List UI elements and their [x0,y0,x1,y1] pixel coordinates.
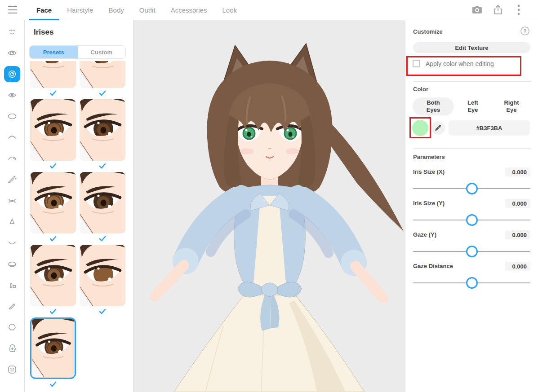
topbar-actions [470,2,538,18]
param-gaze-y: Gaze (Y) 0.000 [413,230,530,258]
svg-text:?: ? [523,28,526,35]
iris-preset-item[interactable] [30,317,76,390]
eyeliner-icon[interactable] [7,174,18,185]
color-section-title: Color [413,86,428,92]
eye-target-tabs: Both Eyes Left Eye Right Eye [405,97,538,115]
face-outline-icon[interactable] [7,322,18,333]
iris-preset-thumbnail[interactable] [80,245,125,306]
export-icon[interactable] [490,2,506,18]
tab-accessories[interactable]: Accessories [163,0,215,20]
iris-preset-item[interactable] [30,99,76,172]
iris-preset-thumbnail[interactable] [80,172,125,233]
iris-preset-thumbnail[interactable] [30,245,76,306]
nose-icon[interactable] [7,216,18,227]
tab-look[interactable]: Look [214,0,245,20]
menu-icon[interactable] [3,0,22,20]
eyes-icon[interactable] [7,48,18,58]
param-value-field[interactable]: 0.000 [505,230,530,239]
mouth-icon[interactable] [7,238,18,248]
face-category-rail [0,20,25,392]
iris-preset-item[interactable] [80,245,125,317]
eye-white-icon[interactable] [7,111,18,122]
slider-gaze-y[interactable] [413,246,530,257]
face-type-icon[interactable] [7,26,18,37]
irises-icon[interactable] [4,66,20,82]
apply-color-checkbox[interactable] [413,60,420,67]
param-value-field[interactable]: 0.000 [505,199,530,208]
view-switcher: Presets Custom [29,45,126,59]
customize-panel: Customize ? Edit Texture Apply color whe… [405,20,538,392]
check-icon [99,163,106,169]
tab-hairstyle[interactable]: Hairstyle [59,0,101,20]
apply-color-row: Apply color when editing [413,60,494,67]
iris-preset-thumbnail[interactable] [30,317,76,379]
iris-preset-item[interactable] [80,99,125,172]
camera-icon[interactable] [470,2,485,18]
under-lashes-icon[interactable] [7,195,18,206]
irises-panel: Irises Presets Custom [25,20,133,392]
slider-iris-size-y[interactable] [413,214,530,226]
tab-custom[interactable]: Custom [78,46,126,58]
iris-preset-thumbnail[interactable] [30,61,76,88]
iris-preset-thumbnail[interactable] [30,99,76,161]
check-icon [49,308,57,315]
panel-title: Irises [34,28,53,37]
help-icon[interactable]: ? [520,26,530,37]
iris-preset-item[interactable] [30,172,76,245]
check-icon [49,90,57,97]
edit-texture-button[interactable]: Edit Texture [413,42,530,53]
iris-preset-item[interactable] [80,172,125,245]
viewport-3d[interactable] [133,20,405,392]
check-icon [49,163,57,169]
preset-grid [30,61,125,390]
app-window: Face Hairstyle Body Outfit Accessories L… [0,0,538,392]
iris-preset-thumbnail[interactable] [80,99,125,161]
more-menu-icon[interactable] [511,2,526,18]
divider [413,81,530,82]
tab-face[interactable]: Face [29,0,59,20]
check-icon [49,381,57,388]
param-value-field[interactable]: 0.000 [505,167,530,176]
tab-both-eyes[interactable]: Both Eyes [413,97,454,115]
iris-preset-item[interactable] [30,245,76,317]
slider-thumb[interactable] [466,183,478,194]
character-preview [133,20,405,392]
head-contour-icon[interactable] [7,343,18,354]
highlights-icon[interactable] [7,90,18,101]
mode-tabs: Face Hairstyle Body Outfit Accessories L… [29,0,245,20]
cheeks-icon[interactable] [7,301,18,312]
iris-preset-item[interactable] [30,61,76,99]
check-icon [49,236,57,242]
tab-left-eye[interactable]: Left Eye [455,97,491,115]
expression-icon[interactable] [7,364,18,375]
makeup-icon[interactable] [7,280,18,291]
teeth-icon[interactable] [7,259,18,269]
param-value-field[interactable]: 0.000 [505,262,530,271]
parameters-title: Parameters [413,154,445,160]
slider-thumb[interactable] [466,277,478,289]
tab-body[interactable]: Body [101,0,132,20]
tab-outfit[interactable]: Outfit [132,0,163,20]
slider-thumb[interactable] [466,214,478,226]
slider-thumb[interactable] [466,246,478,257]
tab-presets[interactable]: Presets [30,46,78,58]
check-icon [99,236,106,242]
iris-preset-thumbnail[interactable] [30,172,76,233]
slider-gaze-distance[interactable] [413,277,530,289]
iris-preset-thumbnail[interactable] [80,61,125,88]
tab-right-eye[interactable]: Right Eye [494,97,529,115]
top-bar: Face Hairstyle Body Outfit Accessories L… [0,0,538,20]
eyedropper-icon[interactable] [431,121,445,135]
customize-title: Customize [413,28,443,35]
eyelashes-icon[interactable] [7,153,18,164]
slider-iris-size-x[interactable] [413,183,530,194]
param-iris-size-y: Iris Size (Y) 0.000 [413,199,530,227]
hex-color-field[interactable]: #B3F3BA [449,120,530,136]
color-swatch[interactable] [412,120,428,136]
param-gaze-distance: Gaze Distance 0.000 [413,262,530,290]
apply-color-label: Apply color when editing [426,60,494,67]
divider [413,148,530,149]
iris-preset-item[interactable] [80,61,125,99]
preset-list[interactable] [25,61,133,392]
eyelids-icon[interactable] [7,132,18,143]
